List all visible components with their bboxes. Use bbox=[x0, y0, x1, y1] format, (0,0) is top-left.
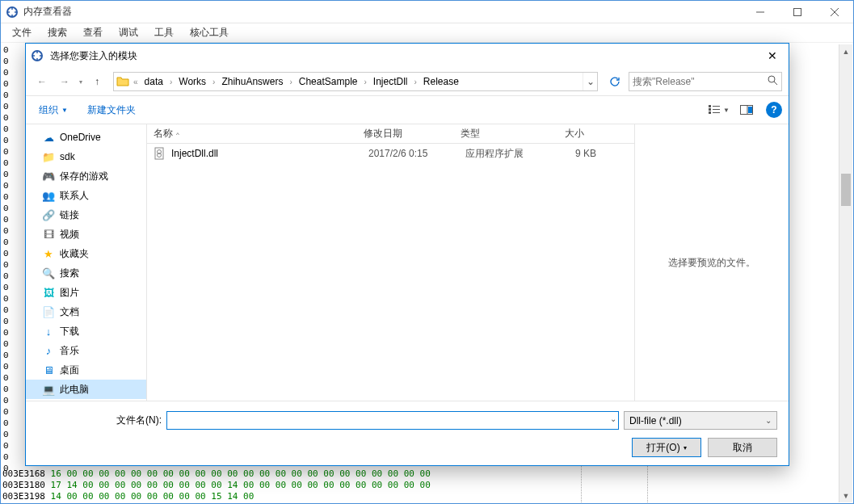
split-button-arrow[interactable]: ▾ bbox=[684, 444, 687, 452]
tree-item[interactable]: ›📚库 bbox=[26, 399, 146, 401]
close-button[interactable] bbox=[816, 1, 853, 23]
tree-label: 音乐 bbox=[60, 344, 79, 358]
tree-label: OneDrive bbox=[60, 132, 101, 143]
tree-label: 保存的游戏 bbox=[60, 170, 108, 183]
column-size[interactable]: 大小 bbox=[543, 127, 591, 141]
dialog-body: ☁OneDrive📁sdk🎮保存的游戏👥联系人🔗链接🎞视频★收藏夹🔍搜索🖼图片📄… bbox=[26, 124, 789, 401]
nav-up-button[interactable]: ↑ bbox=[87, 72, 107, 91]
menu-view[interactable]: 查看 bbox=[75, 23, 111, 42]
chevron-right-icon: › bbox=[413, 78, 419, 86]
nav-back-button[interactable]: ← bbox=[32, 72, 52, 91]
svg-point-6 bbox=[768, 76, 775, 82]
tree-item[interactable]: 📄文档 bbox=[26, 302, 146, 321]
search-input[interactable] bbox=[633, 76, 768, 87]
open-button[interactable]: 打开(O)▾ bbox=[632, 438, 701, 457]
preview-pane-button[interactable] bbox=[734, 100, 759, 120]
tree-item[interactable]: 🖥桌面 bbox=[26, 360, 146, 380]
tree-item[interactable]: 🖼图片 bbox=[26, 283, 146, 302]
file-list[interactable]: 名称^ 修改日期 类型 大小 InjectDll.dll 2017/2/6 0:… bbox=[147, 124, 635, 401]
chevron-right-icon: › bbox=[168, 78, 174, 86]
tree-item[interactable]: 🎮保存的游戏 bbox=[26, 166, 146, 186]
tree-item[interactable]: 🎞视频 bbox=[26, 225, 146, 244]
svg-rect-10 bbox=[709, 111, 711, 114]
dialog-titlebar: 选择您要注入的模块 ✕ bbox=[26, 44, 789, 68]
menu-core[interactable]: 核心工具 bbox=[182, 23, 237, 42]
breadcrumb-item[interactable]: Works bbox=[174, 76, 211, 87]
breadcrumb-item[interactable]: CheatSample bbox=[294, 76, 363, 87]
tree-item[interactable]: ★收藏夹 bbox=[26, 244, 146, 263]
column-name[interactable]: 名称^ bbox=[147, 127, 357, 141]
tree-icon: 🖼 bbox=[42, 286, 55, 299]
new-folder-button[interactable]: 新建文件夹 bbox=[81, 100, 142, 120]
scroll-down[interactable]: ▼ bbox=[839, 489, 852, 502]
tree-icon: 👥 bbox=[42, 189, 55, 202]
column-type[interactable]: 类型 bbox=[454, 127, 543, 141]
breadcrumb-item[interactable]: ZhihuAnswers bbox=[217, 76, 288, 87]
file-size: 9 KB bbox=[548, 148, 596, 159]
svg-rect-2 bbox=[794, 8, 801, 15]
file-open-dialog: 选择您要注入的模块 ✕ ← → ▾ ↑ « data › Works › Zhi… bbox=[25, 43, 789, 466]
maximize-button[interactable] bbox=[779, 1, 816, 23]
tree-icon: ♪ bbox=[42, 344, 55, 357]
window-controls bbox=[742, 1, 853, 23]
nav-history-dropdown[interactable]: ▾ bbox=[79, 78, 82, 86]
menu-tools[interactable]: 工具 bbox=[146, 23, 182, 42]
cancel-button[interactable]: 取消 bbox=[708, 438, 777, 457]
scroll-thumb[interactable] bbox=[841, 174, 851, 206]
search-box[interactable] bbox=[629, 72, 782, 91]
svg-line-7 bbox=[774, 82, 777, 85]
refresh-button[interactable] bbox=[604, 72, 625, 91]
nav-tree[interactable]: ☁OneDrive📁sdk🎮保存的游戏👥联系人🔗链接🎞视频★收藏夹🔍搜索🖼图片📄… bbox=[26, 124, 147, 401]
tree-label: 此电脑 bbox=[60, 383, 89, 397]
hex-bytes: 16 00 00 00 00 00 00 00 00 00 00 00 00 0… bbox=[51, 468, 431, 479]
view-mode-button[interactable]: ▼ bbox=[706, 100, 732, 120]
crumb-sep: « bbox=[132, 78, 140, 86]
sort-asc-icon: ^ bbox=[176, 131, 179, 138]
help-button[interactable]: ? bbox=[766, 102, 782, 118]
column-headers: 名称^ 修改日期 类型 大小 bbox=[147, 124, 634, 144]
breadcrumbs: « data › Works › ZhihuAnswers › CheatSam… bbox=[132, 76, 583, 87]
breadcrumb-item[interactable]: InjectDll bbox=[368, 76, 413, 87]
nav-forward-button[interactable]: → bbox=[55, 72, 74, 91]
scroll-up[interactable]: ▲ bbox=[839, 44, 852, 58]
menu-debug[interactable]: 调试 bbox=[111, 23, 146, 42]
tree-item[interactable]: ☁OneDrive bbox=[26, 128, 146, 147]
address-dropdown[interactable]: ⌄ bbox=[583, 73, 597, 90]
breadcrumb-item[interactable]: Release bbox=[419, 76, 464, 87]
filename-input[interactable] bbox=[170, 412, 615, 429]
tree-item[interactable]: 💻此电脑 bbox=[26, 380, 146, 399]
minimize-button[interactable] bbox=[742, 1, 779, 23]
chevron-down-icon: ▼ bbox=[61, 107, 68, 114]
dialog-close-button[interactable]: ✕ bbox=[756, 44, 789, 68]
chevron-down-icon: ⌄ bbox=[765, 416, 772, 425]
svg-rect-8 bbox=[709, 105, 711, 107]
tree-item[interactable]: ↓下载 bbox=[26, 321, 146, 341]
filetype-filter[interactable]: Dll-file (*.dll) ⌄ bbox=[624, 411, 777, 430]
address-bar[interactable]: « data › Works › ZhihuAnswers › CheatSam… bbox=[113, 72, 598, 91]
hex-addr: 003E3180 bbox=[2, 480, 45, 490]
tree-item[interactable]: 🔍搜索 bbox=[26, 263, 146, 283]
chevron-down-icon[interactable]: ⌄ bbox=[610, 414, 616, 423]
column-date[interactable]: 修改日期 bbox=[357, 127, 454, 141]
tree-item[interactable]: 📁sdk bbox=[26, 147, 146, 166]
tree-icon: 🔍 bbox=[42, 267, 55, 279]
tree-icon: ★ bbox=[42, 247, 55, 260]
tree-item[interactable]: 👥联系人 bbox=[26, 186, 146, 205]
file-icon bbox=[154, 147, 166, 160]
tree-item[interactable]: ♪音乐 bbox=[26, 341, 146, 360]
file-row[interactable]: InjectDll.dll 2017/2/6 0:15 应用程序扩展 9 KB bbox=[147, 144, 634, 163]
svg-rect-9 bbox=[709, 108, 711, 111]
chevron-right-icon: › bbox=[211, 78, 217, 86]
file-name: InjectDll.dll bbox=[171, 148, 362, 159]
tree-icon: 🎮 bbox=[42, 170, 55, 183]
scrollbar[interactable]: ▲ ▼ bbox=[839, 44, 852, 502]
tree-label: 视频 bbox=[60, 228, 79, 242]
breadcrumb-item[interactable]: data bbox=[140, 76, 168, 87]
organize-button[interactable]: 组织▼ bbox=[32, 100, 74, 120]
tree-label: 文档 bbox=[60, 305, 79, 319]
menu-file[interactable]: 文件 bbox=[4, 23, 40, 42]
filename-field[interactable]: ⌄ bbox=[166, 411, 619, 430]
hex-footer: 003E3168 16 00 00 00 00 00 00 00 00 00 0… bbox=[2, 468, 431, 502]
menu-search[interactable]: 搜索 bbox=[40, 23, 75, 42]
tree-item[interactable]: 🔗链接 bbox=[26, 205, 146, 225]
